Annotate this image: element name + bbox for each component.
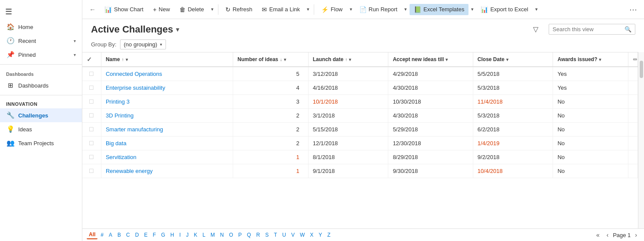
alphabet-item-z[interactable]: Z <box>325 231 332 239</box>
flow-chevron[interactable]: ▾ <box>348 4 354 14</box>
alphabet-item-#[interactable]: # <box>98 231 106 239</box>
alphabet-item-l[interactable]: L <box>200 231 208 239</box>
checkbox-icon[interactable]: ☐ <box>89 168 94 174</box>
checkbox-icon[interactable]: ☐ <box>89 154 94 160</box>
alphabet-item-o[interactable]: O <box>227 231 235 239</box>
vertical-scrollbar[interactable] <box>638 52 644 228</box>
alphabet-item-c[interactable]: C <box>124 231 132 239</box>
row-name[interactable]: 3D Printing <box>101 109 233 123</box>
excel-templates-chevron[interactable]: ▾ <box>469 4 475 14</box>
col-accept-filter[interactable]: ▾ <box>446 57 448 62</box>
back-button[interactable]: ← <box>86 3 99 15</box>
more-actions-button[interactable]: ⋯ <box>626 3 641 16</box>
col-launch-filter[interactable]: ▾ <box>349 57 351 62</box>
alphabet-item-a[interactable]: A <box>107 231 114 239</box>
alphabet-item-u[interactable]: U <box>280 231 288 239</box>
row-checkbox[interactable]: ☐ <box>82 95 101 109</box>
alphabet-item-t[interactable]: T <box>272 231 279 239</box>
col-header-name[interactable]: Name ↑ ▾ <box>101 52 233 67</box>
row-name[interactable]: Printing 3 <box>101 95 233 109</box>
row-name-link[interactable]: Big data <box>106 140 127 147</box>
search-input[interactable] <box>553 26 622 33</box>
next-page-button[interactable]: › <box>632 231 640 239</box>
email-link-button[interactable]: ✉ Email a Link <box>257 4 304 15</box>
alphabet-item-i[interactable]: I <box>177 231 183 239</box>
export-excel-chevron[interactable]: ▾ <box>533 4 540 14</box>
delete-button[interactable]: 🗑 Delete <box>175 4 208 15</box>
row-name-link[interactable]: Smarter manufacturing <box>106 126 163 133</box>
col-header-awards[interactable]: Awards issued? ▾ <box>553 52 628 67</box>
row-name-link[interactable]: Printing 3 <box>106 98 130 105</box>
checkbox-icon[interactable]: ☐ <box>89 112 94 119</box>
row-name[interactable]: Enterprise sustainability <box>101 81 233 95</box>
row-name[interactable]: Connected Operations <box>101 67 233 81</box>
alphabet-item-n[interactable]: N <box>218 231 226 239</box>
row-name-link[interactable]: Connected Operations <box>106 71 162 77</box>
scroll-thumb[interactable] <box>640 61 643 78</box>
col-close-filter[interactable]: ▾ <box>506 57 508 62</box>
new-button[interactable]: + New <box>149 4 174 15</box>
col-header-launch[interactable]: Launch date ↑ ▾ <box>308 52 388 67</box>
alphabet-item-j[interactable]: J <box>184 231 191 239</box>
alphabet-item-r[interactable]: R <box>254 231 262 239</box>
alphabet-item-w[interactable]: W <box>298 231 307 239</box>
sidebar-item-team-projects[interactable]: 👥 Team Projects <box>0 136 82 150</box>
sidebar-item-home[interactable]: 🏠 Home <box>0 20 82 34</box>
checkbox-icon[interactable]: ☐ <box>89 85 94 91</box>
row-checkbox[interactable]: ☐ <box>82 164 101 178</box>
sidebar-item-pinned[interactable]: 📌 Pinned ▾ <box>0 48 82 62</box>
alphabet-item-f[interactable]: F <box>150 231 158 239</box>
col-ideas-filter[interactable]: ▾ <box>284 57 286 62</box>
col-awards-filter[interactable]: ▾ <box>599 57 601 62</box>
run-report-chevron[interactable]: ▾ <box>403 4 409 14</box>
checkbox-icon[interactable]: ☐ <box>89 126 94 133</box>
row-checkbox[interactable]: ☐ <box>82 109 101 123</box>
sidebar-item-recent[interactable]: 🕐 Recent ▾ <box>0 34 82 48</box>
col-ideas-sort[interactable]: ↓ <box>280 57 282 62</box>
alphabet-item-p[interactable]: P <box>236 231 244 239</box>
alphabet-item-x[interactable]: X <box>308 231 315 239</box>
row-checkbox[interactable]: ☐ <box>82 137 101 150</box>
checkbox-icon[interactable]: ☐ <box>89 140 94 147</box>
prev-page-button[interactable]: ‹ <box>604 231 611 239</box>
filter-icon[interactable]: ▽ <box>530 23 542 35</box>
row-name-link[interactable]: Renewable energy <box>106 168 153 174</box>
row-checkbox[interactable]: ☐ <box>82 150 101 164</box>
alphabet-item-m[interactable]: M <box>208 231 217 239</box>
row-checkbox[interactable]: ☐ <box>82 81 101 95</box>
row-name[interactable]: Smarter manufacturing <box>101 123 233 137</box>
alphabet-item-e[interactable]: E <box>142 231 150 239</box>
row-name[interactable]: Servitization <box>101 150 233 164</box>
row-checkbox[interactable]: ☐ <box>82 67 101 81</box>
row-name-link[interactable]: Servitization <box>106 154 137 160</box>
checkbox-icon[interactable]: ☐ <box>89 71 94 77</box>
email-link-chevron[interactable]: ▾ <box>305 4 311 14</box>
sidebar-item-challenges[interactable]: 🔧 Challenges <box>0 108 82 122</box>
alphabet-item-s[interactable]: S <box>263 231 271 239</box>
show-chart-button[interactable]: 📊 Show Chart <box>100 4 148 15</box>
row-name[interactable]: Renewable energy <box>101 164 233 178</box>
row-name-link[interactable]: 3D Printing <box>106 112 133 119</box>
col-launch-sort[interactable]: ↑ <box>345 57 347 62</box>
alphabet-item-g[interactable]: G <box>159 231 167 239</box>
flow-button[interactable]: ⚡ Flow <box>317 4 347 15</box>
alphabet-item-k[interactable]: K <box>192 231 199 239</box>
excel-templates-button[interactable]: 📗 Excel Templates <box>410 4 468 15</box>
alphabet-item-all[interactable]: All <box>87 231 98 239</box>
hamburger-icon[interactable]: ☰ <box>0 3 82 20</box>
col-name-filter[interactable]: ▾ <box>126 57 128 62</box>
select-all-checkbox[interactable]: ✓ <box>87 56 92 63</box>
alphabet-item-h[interactable]: H <box>168 231 176 239</box>
sidebar-item-ideas[interactable]: 💡 Ideas <box>0 122 82 136</box>
alphabet-item-b[interactable]: B <box>115 231 123 239</box>
col-header-accept[interactable]: Accept new ideas till ▾ <box>388 52 473 67</box>
export-excel-button[interactable]: 📊 Export to Excel <box>476 4 532 15</box>
col-header-ideas[interactable]: Number of ideas ↓ ▾ <box>233 52 309 67</box>
alphabet-item-d[interactable]: D <box>133 231 141 239</box>
groupby-select[interactable]: (no grouping) ▾ <box>120 39 166 49</box>
refresh-button[interactable]: ↻ Refresh <box>221 4 257 15</box>
first-page-button[interactable]: « <box>594 231 602 239</box>
alphabet-item-y[interactable]: Y <box>316 231 324 239</box>
col-name-sort[interactable]: ↑ <box>122 57 124 62</box>
alphabet-item-v[interactable]: V <box>289 231 297 239</box>
